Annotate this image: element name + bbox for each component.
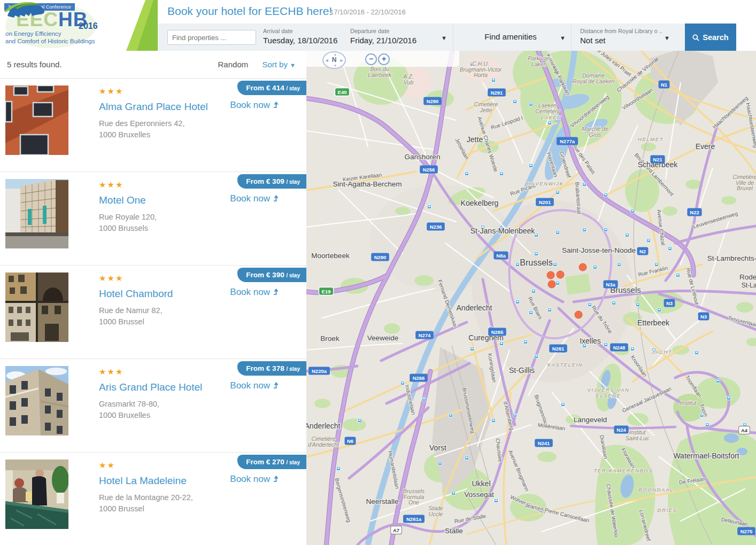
transit-stop-icon: [529, 311, 533, 315]
transit-stop-icon: [593, 266, 597, 269]
price-badge: From € 309 / stay: [237, 174, 306, 189]
area-label: ELSENE: [596, 393, 621, 399]
transit-stop-icon: [658, 308, 661, 312]
distance-chevron-down-icon[interactable]: ▼: [664, 35, 670, 41]
dates-chevron-down-icon[interactable]: ▼: [441, 35, 447, 41]
departure-date-value: Friday, 21/10/2016: [350, 36, 416, 45]
zoom-out-button[interactable]: −: [365, 53, 377, 65]
hotel-name-link[interactable]: Hotel Chambord: [99, 288, 173, 300]
city-label: St-La: [742, 282, 756, 289]
book-now-link[interactable]: Book now: [230, 474, 280, 485]
hotel-map-marker[interactable]: [548, 281, 556, 288]
book-now-link[interactable]: Book now: [230, 287, 280, 298]
transit-stop-icon: [556, 282, 560, 285]
level-up-icon: [273, 289, 280, 295]
header-spacer: [736, 24, 756, 51]
city-label: Vorst: [429, 443, 446, 452]
search-button[interactable]: Search: [685, 24, 736, 51]
map-canvas[interactable]: Keizer KarellaanRue Léopold IAvenue Char…: [306, 51, 756, 545]
svg-text:N265: N265: [491, 329, 504, 335]
road-badge: N8a: [493, 252, 508, 260]
logo-leaf-city-icon: [0, 0, 45, 20]
road-badge: N290: [423, 97, 442, 105]
hotel-photo[interactable]: [5, 85, 68, 155]
hotel-photo[interactable]: [5, 460, 68, 529]
road-badge: N220a: [308, 367, 330, 375]
arrival-date-value: Tuesday, 18/10/2016: [263, 36, 337, 45]
area-label: KASTELEIN: [547, 362, 583, 368]
road-badge: N1: [659, 81, 670, 89]
price-badge: From € 270 / stay: [237, 455, 306, 469]
transit-stop-icon: [561, 403, 565, 407]
hotel-name-link[interactable]: Motel One: [99, 194, 146, 206]
transit-stop-icon: [604, 343, 608, 347]
hotel-photo[interactable]: [5, 366, 68, 435]
star-rating: ★★: [99, 461, 115, 470]
hotel-photo[interactable]: [5, 179, 68, 248]
svg-text:N261a: N261a: [406, 516, 422, 522]
city-label: St-Lambrechts-Wo: [707, 254, 756, 262]
hotel-map-marker[interactable]: [579, 263, 587, 271]
hotel-name-link[interactable]: Aris Grand Place Hotel: [99, 382, 202, 393]
road-badge: N291: [488, 89, 506, 97]
city-label: Evere: [696, 142, 715, 151]
hotel-map-marker[interactable]: [547, 271, 554, 279]
star-rating: ★★★: [99, 367, 124, 377]
transit-stop-icon: [535, 355, 538, 359]
logo-tagline: on Energy Efficiencyand Comfort of Histo…: [5, 30, 95, 45]
results-panel: 5 results found. Random Sort by ▼ ★★★ Al…: [0, 51, 306, 545]
arrival-date-field[interactable]: Arrival date Tuesday, 18/10/2016: [263, 28, 337, 45]
distance-dropdown[interactable]: Distance from Royal Library o .. Not set: [580, 28, 662, 45]
sort-by-dropdown[interactable]: Sort by ▼: [262, 60, 296, 69]
transit-stop-icon: [548, 308, 552, 312]
hotel-address: Rue Royale 120,1000 Brussels: [99, 212, 157, 234]
transit-stop-icon: [513, 100, 517, 104]
search-input[interactable]: [167, 30, 256, 45]
book-now-link[interactable]: Book now: [230, 380, 280, 391]
sort-mode-value: Random: [218, 60, 249, 69]
level-up-icon: [273, 102, 280, 108]
amenities-dropdown[interactable]: Find amenities: [468, 32, 553, 41]
level-up-icon: [273, 195, 280, 202]
svg-text:N236: N236: [430, 224, 442, 230]
svg-text:N21: N21: [653, 157, 662, 162]
compass-right-icon: ▶: [340, 59, 343, 62]
hotel-photo[interactable]: [5, 272, 68, 342]
road-badge: N22: [687, 208, 701, 216]
svg-text:N3a: N3a: [606, 282, 615, 287]
city-label: St-Gillis: [509, 366, 535, 375]
hotel-name-link[interactable]: Alma Grand Place Hotel: [99, 101, 208, 113]
svg-text:N256: N256: [423, 167, 435, 173]
compass-up-icon: ▲: [334, 53, 337, 56]
transit-stop-icon: [500, 342, 504, 346]
departure-date-field[interactable]: Departure date Friday, 21/10/2016: [350, 28, 416, 45]
svg-text:N275: N275: [740, 528, 753, 534]
area-label: VIJVERS VAN: [588, 387, 630, 393]
hotel-name-link[interactable]: Hotel La Madeleine: [99, 475, 187, 487]
svg-text:N1: N1: [661, 82, 668, 88]
transit-stop-icon: [358, 419, 362, 423]
area-label: Royal de Laeken: [573, 78, 615, 84]
hotel-list-item: ★★★ Alma Grand Place Hotel Rue des Epero…: [0, 79, 306, 172]
transit-stop-icon: [422, 398, 426, 401]
book-now-link[interactable]: Book now: [230, 100, 280, 111]
hotel-address: Rue de la Montagne 20-22,1000 Brussel: [99, 492, 193, 515]
distance-label: Distance from Royal Library o ..: [580, 28, 662, 34]
hotel-address: Rue de Namur 82,1000 Brussel: [99, 305, 162, 328]
transit-stop-icon: [727, 396, 731, 400]
compass-control[interactable]: N ▲ ▼ ◀ ▶: [322, 51, 346, 69]
transit-stop-icon: [428, 205, 431, 209]
hotel-map-marker[interactable]: [575, 311, 582, 318]
transit-stop-icon: [492, 79, 496, 82]
transit-stop-icon: [647, 239, 651, 243]
area-label: HAVENWIJK: [527, 181, 564, 186]
book-now-link[interactable]: Book now: [230, 193, 280, 204]
transit-stop-icon: [556, 191, 560, 194]
hotel-map-marker[interactable]: [557, 271, 564, 278]
road-badge: N290: [371, 253, 389, 261]
city-label: St-Jans-Molenbeek: [470, 227, 536, 235]
zoom-in-button[interactable]: +: [378, 53, 390, 65]
distance-value: Not set: [580, 36, 662, 45]
area-label: LAKEN: [541, 114, 561, 120]
amenities-chevron-down-icon[interactable]: ▼: [560, 35, 566, 41]
